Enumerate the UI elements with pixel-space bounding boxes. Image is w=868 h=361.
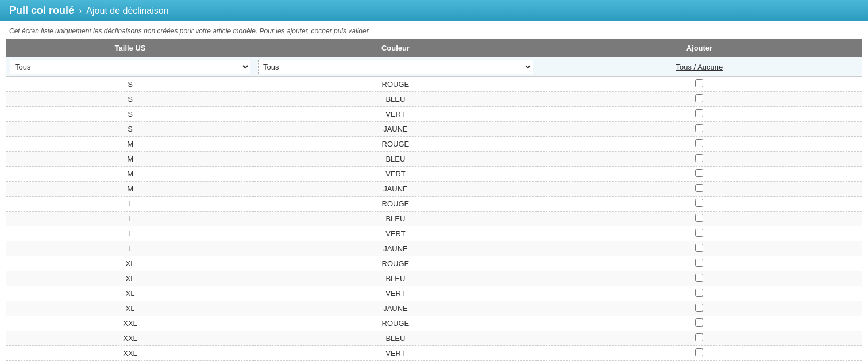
cell-taille: L: [6, 212, 254, 226]
ajouter-checkbox[interactable]: [695, 124, 703, 132]
cell-taille: XXL: [6, 316, 254, 331]
cell-taille: XXL: [6, 346, 254, 361]
cell-ajouter[interactable]: [537, 197, 862, 212]
table-row: XXLVERT: [6, 346, 862, 361]
ajouter-checkbox[interactable]: [695, 109, 703, 117]
cell-ajouter[interactable]: [537, 182, 862, 197]
cell-ajouter[interactable]: [537, 271, 862, 286]
ajouter-checkbox[interactable]: [695, 318, 703, 327]
cell-couleur: ROUGE: [254, 197, 537, 212]
cell-taille: L: [6, 226, 254, 241]
cell-ajouter[interactable]: [537, 167, 862, 182]
table-row: SJAUNE: [6, 122, 862, 137]
page-title: Pull col roulé: [9, 5, 74, 17]
cell-taille: S: [6, 107, 254, 122]
table-row: SVERT: [6, 107, 862, 122]
cell-taille: S: [6, 122, 254, 137]
cell-ajouter[interactable]: [537, 212, 862, 226]
table-header-row: Taille US Couleur Ajouter: [6, 39, 862, 57]
cell-ajouter[interactable]: [537, 301, 862, 316]
filter-taille-cell[interactable]: TousSMLXLXXLXXXL: [6, 57, 254, 77]
filter-ajouter-cell[interactable]: Tous / Aucune: [537, 57, 862, 77]
ajouter-checkbox[interactable]: [695, 289, 703, 297]
ajouter-checkbox[interactable]: [695, 259, 703, 267]
cell-ajouter[interactable]: [537, 137, 862, 152]
ajouter-checkbox[interactable]: [695, 79, 703, 87]
table-row: SBLEU: [6, 92, 862, 107]
ajouter-checkbox[interactable]: [695, 304, 703, 312]
col-header-taille: Taille US: [6, 39, 254, 57]
cell-ajouter[interactable]: [537, 256, 862, 271]
cell-couleur: VERT: [254, 346, 537, 361]
ajouter-checkbox[interactable]: [695, 154, 703, 162]
cell-taille: XXL: [6, 331, 254, 346]
cell-taille: S: [6, 77, 254, 92]
table-row: LVERT: [6, 226, 862, 241]
ajouter-checkbox[interactable]: [695, 94, 703, 102]
cell-ajouter[interactable]: [537, 152, 862, 167]
cell-taille: M: [6, 152, 254, 167]
cell-taille: XL: [6, 286, 254, 301]
table-container: Taille US Couleur Ajouter TousSMLXLXXLXX…: [0, 39, 868, 361]
ajouter-checkbox[interactable]: [695, 139, 703, 147]
cell-ajouter[interactable]: [537, 316, 862, 331]
ajouter-checkbox[interactable]: [695, 333, 703, 341]
table-row: MVERT: [6, 167, 862, 182]
cell-taille: S: [6, 92, 254, 107]
col-header-couleur: Couleur: [254, 39, 537, 57]
cell-ajouter[interactable]: [537, 226, 862, 241]
cell-ajouter[interactable]: [537, 122, 862, 137]
cell-couleur: BLEU: [254, 271, 537, 286]
tous-aucune-button[interactable]: Tous / Aucune: [541, 63, 858, 71]
cell-couleur: ROUGE: [254, 77, 537, 92]
col-header-ajouter: Ajouter: [537, 39, 862, 57]
cell-ajouter[interactable]: [537, 331, 862, 346]
table-row: LROUGE: [6, 197, 862, 212]
ajouter-checkbox[interactable]: [695, 229, 703, 237]
ajouter-checkbox[interactable]: [695, 199, 703, 207]
filter-row: TousSMLXLXXLXXXL TousROUGEBLEUVERTJAUNE …: [6, 57, 862, 77]
page-header: Pull col roulé › Ajout de déclinaison: [0, 0, 868, 21]
table-row: SROUGE: [6, 77, 862, 92]
cell-couleur: JAUNE: [254, 122, 537, 137]
cell-ajouter[interactable]: [537, 286, 862, 301]
cell-ajouter[interactable]: [537, 107, 862, 122]
cell-couleur: VERT: [254, 286, 537, 301]
page-subtitle: Ajout de déclinaison: [86, 6, 168, 16]
table-row: MJAUNE: [6, 182, 862, 197]
ajouter-checkbox[interactable]: [695, 274, 703, 282]
filter-couleur-cell[interactable]: TousROUGEBLEUVERTJAUNE: [254, 57, 537, 77]
cell-couleur: JAUNE: [254, 182, 537, 197]
cell-taille: M: [6, 182, 254, 197]
cell-couleur: ROUGE: [254, 137, 537, 152]
table-row: XLBLEU: [6, 271, 862, 286]
cell-ajouter[interactable]: [537, 241, 862, 256]
cell-couleur: BLEU: [254, 152, 537, 167]
table-row: XLROUGE: [6, 256, 862, 271]
table-row: MBLEU: [6, 152, 862, 167]
breadcrumb-separator: ›: [79, 6, 82, 16]
table-row: XXLROUGE: [6, 316, 862, 331]
table-row: XLJAUNE: [6, 301, 862, 316]
filter-couleur-select[interactable]: TousROUGEBLEUVERTJAUNE: [258, 60, 533, 74]
ajouter-checkbox[interactable]: [695, 214, 703, 222]
ajouter-checkbox[interactable]: [695, 184, 703, 192]
cell-taille: XL: [6, 256, 254, 271]
cell-ajouter[interactable]: [537, 346, 862, 361]
cell-couleur: ROUGE: [254, 256, 537, 271]
cell-taille: M: [6, 137, 254, 152]
ajouter-checkbox[interactable]: [695, 244, 703, 252]
cell-ajouter[interactable]: [537, 77, 862, 92]
cell-couleur: VERT: [254, 226, 537, 241]
table-row: LJAUNE: [6, 241, 862, 256]
ajouter-checkbox[interactable]: [695, 169, 703, 177]
cell-ajouter[interactable]: [537, 92, 862, 107]
filter-taille-select[interactable]: TousSMLXLXXLXXXL: [10, 60, 250, 74]
ajouter-checkbox[interactable]: [695, 348, 703, 356]
cell-couleur: BLEU: [254, 212, 537, 226]
table-row: XXLBLEU: [6, 331, 862, 346]
cell-taille: M: [6, 167, 254, 182]
cell-taille: L: [6, 197, 254, 212]
table-row: LBLEU: [6, 212, 862, 226]
cell-couleur: BLEU: [254, 92, 537, 107]
